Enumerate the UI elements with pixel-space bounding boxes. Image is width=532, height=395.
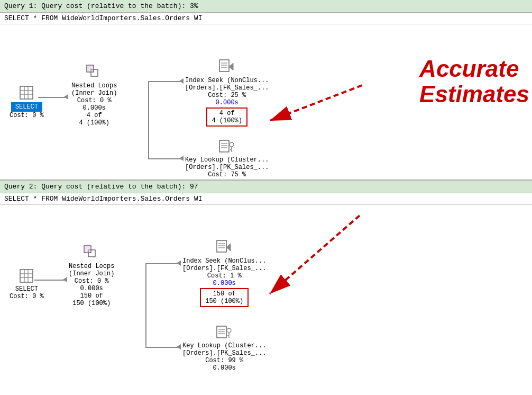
q2-key-lookup-cost: Cost: 99 % — [205, 357, 243, 364]
q1-nested-loops-sub: (Inner Join) — [71, 89, 117, 97]
svg-marker-35 — [226, 244, 231, 251]
svg-rect-36 — [217, 326, 226, 338]
q1-index-rows1: 4 of — [212, 110, 242, 117]
query1-plan: SELECT Cost: 0 % Nested Loops (Inner Joi… — [0, 24, 532, 181]
q1-nested-loops-time: 0.000s — [83, 104, 106, 112]
q1-nested-loops-node: Nested Loops (Inner Join) Cost: 0 % 0.00… — [71, 64, 117, 127]
query2-plan: SELECT Cost: 0 % Nested Loops (Inner Joi… — [0, 205, 532, 385]
q2-nested-loops-time: 0.000s — [80, 285, 103, 292]
query2-header-text: Query 2: Query cost (relative to the bat… — [4, 183, 198, 191]
q2-index-seek-highlight: 150 of 150 (100%) — [200, 288, 249, 307]
q1-connector-1 — [38, 97, 67, 98]
q1-nested-loops-cost: Cost: 0 % — [77, 97, 112, 104]
annotation-text: Accurate Estimates — [419, 56, 529, 107]
q1-connector-3v — [148, 81, 149, 159]
svg-rect-8 — [87, 66, 93, 71]
q2-index-rows2: 150 (100%) — [205, 298, 243, 305]
q1-select-cost: Cost: 0 % — [10, 112, 44, 119]
q2-nested-rows2: 150 (100%) — [72, 300, 111, 307]
q1-arrow-3 — [179, 156, 184, 161]
query2-sql-text: SELECT * FROM WideWorldImporters.Sales.O… — [4, 195, 202, 203]
q2-index-rows1: 150 of — [205, 290, 243, 298]
q2-select-cost: Cost: 0 % — [10, 293, 44, 300]
q2-index-seek-time: 0.000s — [213, 280, 236, 287]
q1-index-seek-cost: Cost: 25 % — [208, 92, 246, 99]
q1-key-lookup-node: Key Lookup (Cluster... [Orders].[PK_Sale… — [185, 138, 269, 178]
q2-nested-loops-sub: (Inner Join) — [69, 270, 114, 277]
q1-connector-2h — [148, 81, 182, 82]
q1-nested-rows1: 4 of — [87, 112, 102, 119]
q1-arrow-1 — [64, 94, 68, 100]
q2-nested-rows1: 150 of — [80, 292, 103, 300]
q1-nested-rows2: 4 (100%) — [79, 119, 109, 127]
q2-select-label: SELECT — [15, 285, 38, 293]
svg-point-18 — [230, 142, 234, 147]
query2-header: Query 2: Query cost (relative to the bat… — [0, 181, 532, 193]
q1-arrow-2 — [179, 78, 184, 84]
q2-arrow-1 — [63, 277, 67, 282]
q2-connector-3h — [145, 347, 180, 348]
nested-loops-icon-q2 — [83, 245, 100, 262]
q1-select-node: SELECT Cost: 0 % — [10, 85, 44, 119]
grid-icon-q1 — [19, 85, 34, 100]
svg-rect-30 — [85, 246, 90, 252]
q2-select-node: SELECT Cost: 0 % — [10, 268, 44, 300]
key-lookup-icon-q1 — [218, 138, 235, 155]
query1-sql-text: SELECT * FROM WideWorldImporters.Sales.O… — [4, 14, 202, 22]
query2-sql: SELECT * FROM WideWorldImporters.Sales.O… — [0, 193, 532, 205]
q2-index-seek-cost: Cost: 1 % — [207, 272, 242, 280]
q1-index-rows2: 4 (100%) — [212, 117, 242, 124]
query1-header-text: Query 1: Query cost (relative to the bat… — [4, 2, 198, 10]
q2-connector-3v — [145, 263, 146, 348]
q2-index-seek-sub: [Orders].[FK_Sales_... — [182, 265, 266, 272]
q1-key-lookup-sub: [Orders].[PK_Sales_... — [185, 164, 269, 171]
q1-index-seek-highlight: 4 of 4 (100%) — [206, 107, 247, 127]
svg-rect-0 — [20, 86, 33, 99]
query1-header: Query 1: Query cost (relative to the bat… — [0, 0, 532, 13]
q1-key-lookup-cost: Cost: 75 % — [208, 171, 246, 178]
q2-index-seek-label: Index Seek (NonClus... — [182, 257, 266, 265]
svg-rect-9 — [219, 60, 229, 71]
q1-key-lookup-label: Key Lookup (Cluster... — [185, 156, 269, 164]
q1-nested-loops-label: Nested Loops — [71, 82, 117, 89]
svg-marker-13 — [229, 63, 233, 70]
nested-loops-icon-q1 — [86, 64, 103, 81]
key-lookup-icon-q2 — [216, 324, 233, 341]
query1-sql: SELECT * FROM WideWorldImporters.Sales.O… — [0, 13, 532, 24]
q1-index-seek-sub: [Orders].[FK_Sales_... — [185, 84, 269, 92]
q2-nested-loops-label: Nested Loops — [69, 263, 114, 270]
q2-arrow-2 — [177, 261, 181, 266]
q2-nested-loops-node: Nested Loops (Inner Join) Cost: 0 % 0.00… — [69, 245, 114, 307]
svg-line-44 — [270, 216, 360, 294]
q2-arrow-3 — [177, 344, 181, 349]
svg-line-22 — [270, 85, 362, 121]
annotation-line2: Estimates — [419, 82, 529, 107]
q1-select-label: SELECT — [11, 102, 42, 112]
svg-rect-31 — [217, 240, 226, 252]
q2-connector-1 — [34, 280, 66, 281]
svg-rect-23 — [20, 270, 33, 282]
annotation-line1: Accurate — [419, 56, 529, 82]
index-seek-icon-q2 — [216, 239, 233, 256]
q2-nested-loops-cost: Cost: 0 % — [75, 277, 109, 285]
svg-point-40 — [227, 328, 231, 333]
q2-key-lookup-time: 0.000s — [213, 364, 236, 372]
grid-icon-q2 — [19, 268, 34, 283]
q1-connector-3h — [148, 158, 182, 159]
index-seek-icon-q1 — [218, 59, 235, 76]
q1-index-seek-node: Index Seek (NonClus... [Orders].[FK_Sale… — [185, 59, 269, 127]
q2-key-lookup-sub: [Orders].[PK_Sales_... — [182, 349, 266, 357]
q2-key-lookup-node: Key Lookup (Cluster... [Orders].[PK_Sale… — [182, 324, 266, 372]
q1-index-seek-label: Index Seek (NonClus... — [185, 77, 269, 84]
svg-rect-14 — [219, 140, 229, 152]
q1-index-seek-time: 0.000s — [216, 99, 239, 106]
q2-connector-2h — [145, 263, 180, 264]
q2-index-seek-node: Index Seek (NonClus... [Orders].[FK_Sale… — [182, 239, 266, 307]
q2-key-lookup-label: Key Lookup (Cluster... — [182, 342, 266, 349]
